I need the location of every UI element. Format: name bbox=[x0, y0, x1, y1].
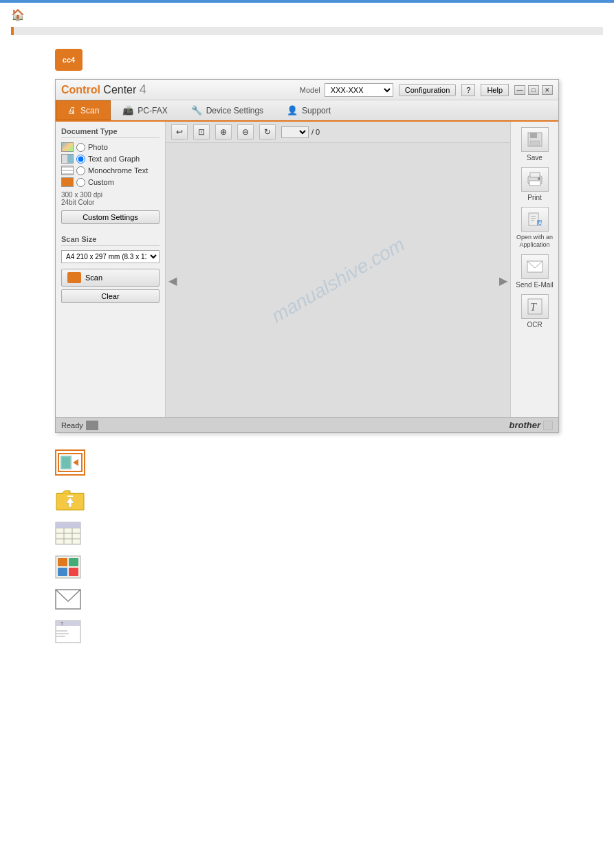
color-info: 24bit Color bbox=[61, 199, 160, 206]
text-ocr-row: T bbox=[55, 620, 559, 645]
left-panel: Document Type Photo Text and Graph Monoc… bbox=[56, 122, 166, 417]
textgraph-icon bbox=[61, 154, 74, 164]
page-total: / 0 bbox=[311, 128, 320, 136]
tab-pcfax[interactable]: 📠 PC-FAX bbox=[111, 100, 179, 120]
svg-text:T: T bbox=[61, 621, 64, 626]
app-icon-area: cc4 bbox=[0, 43, 614, 76]
svg-point-6 bbox=[538, 177, 540, 180]
email-action[interactable]: Send E-Mail bbox=[516, 254, 553, 289]
tab-support[interactable]: 👤 Support bbox=[275, 100, 342, 120]
home-area: 🏠 bbox=[0, 3, 614, 27]
dpi-info: 300 x 300 dpi 24bit Color bbox=[61, 191, 160, 206]
undo-tool-button[interactable]: ↩ bbox=[171, 124, 188, 140]
minimize-button[interactable]: — bbox=[514, 85, 525, 95]
preview-arrow-left[interactable]: ◀ bbox=[168, 274, 177, 287]
support-tab-label: Support bbox=[302, 106, 331, 115]
grid-table-icon bbox=[55, 522, 81, 547]
preview-arrow-right[interactable]: ▶ bbox=[499, 274, 507, 287]
save-icon bbox=[521, 127, 549, 152]
svg-rect-35 bbox=[69, 568, 78, 576]
window-controls: — □ ✕ bbox=[514, 85, 553, 95]
svg-rect-30 bbox=[72, 522, 80, 528]
svg-rect-4 bbox=[530, 173, 540, 177]
print-action[interactable]: Print bbox=[521, 167, 549, 201]
status-bar: Ready brother bbox=[56, 417, 558, 432]
home-icon[interactable]: 🏠 bbox=[11, 8, 25, 21]
tab-device-settings[interactable]: 🔧 Device Settings bbox=[179, 100, 275, 120]
app-name-number: 4 bbox=[140, 82, 146, 96]
rotate-tool-button[interactable]: ↻ bbox=[259, 124, 276, 140]
email-icon bbox=[521, 254, 549, 279]
radio-custom-label: Custom bbox=[88, 178, 114, 186]
monotext-icon bbox=[61, 166, 74, 175]
right-panel: Save Print bbox=[510, 122, 558, 417]
color-squares-row bbox=[55, 555, 559, 581]
color-squares-icon bbox=[55, 555, 81, 581]
configuration-button[interactable]: Configuration bbox=[399, 84, 456, 96]
radio-textgraph-input[interactable] bbox=[76, 155, 85, 164]
zoom-out-tool-button[interactable]: ⊖ bbox=[237, 124, 254, 140]
scan-settings-icon bbox=[55, 449, 85, 476]
scan-size-select[interactable]: A4 210 x 297 mm (8.3 x 11.7 ... bbox=[61, 250, 160, 263]
save-label: Save bbox=[527, 154, 542, 162]
ocr-action[interactable]: T OCR bbox=[521, 294, 549, 329]
radio-custom: Custom bbox=[61, 177, 160, 187]
pcfax-tab-label: PC-FAX bbox=[138, 106, 167, 115]
help-icon-button[interactable]: ? bbox=[461, 84, 475, 96]
document-type-options: Photo Text and Graph Monochrome Text Cus… bbox=[61, 142, 160, 187]
ocr-icon: T bbox=[521, 294, 549, 319]
svg-rect-1 bbox=[530, 133, 537, 138]
svg-text:T: T bbox=[530, 301, 537, 313]
open-app-action[interactable]: A Open with an Application bbox=[514, 207, 556, 249]
cc4-label: cc4 bbox=[63, 56, 75, 64]
content-area: Document Type Photo Text and Graph Monoc… bbox=[56, 122, 558, 417]
radio-monotext-input[interactable] bbox=[76, 166, 85, 175]
preview-area: ↩ ⊡ ⊕ ⊖ ↻ / 0 ◀ manualshive.com ▶ bbox=[166, 122, 510, 417]
model-select[interactable]: XXX-XXX bbox=[325, 83, 393, 97]
radio-textgraph-label: Text and Graph bbox=[88, 155, 140, 163]
open-app-label: Open with an Application bbox=[514, 234, 556, 249]
folder-upload-icon bbox=[55, 487, 85, 513]
radio-photo-input[interactable] bbox=[76, 143, 85, 152]
restore-button[interactable]: □ bbox=[528, 85, 539, 95]
tab-bar: 🖨 Scan 📠 PC-FAX 🔧 Device Settings 👤 Supp… bbox=[56, 100, 558, 122]
title-bar-left: Control Center 4 bbox=[61, 82, 146, 97]
device-tab-label: Device Settings bbox=[206, 106, 263, 115]
print-label: Print bbox=[527, 194, 542, 201]
title-bar: Control Center 4 Model XXX-XXX Configura… bbox=[56, 80, 558, 100]
svg-text:A: A bbox=[538, 220, 542, 226]
radio-monotext: Monochrome Text bbox=[61, 166, 160, 175]
zoom-in-tool-button[interactable]: ⊕ bbox=[215, 124, 232, 140]
radio-custom-input[interactable] bbox=[76, 178, 85, 187]
scan-button[interactable]: Scan bbox=[61, 269, 160, 287]
email-label: Send E-Mail bbox=[516, 281, 553, 289]
svg-rect-18 bbox=[62, 457, 70, 468]
email-bottom-icon bbox=[55, 589, 81, 612]
close-button[interactable]: ✕ bbox=[542, 85, 553, 95]
app-title: Control Center 4 bbox=[61, 82, 146, 97]
radio-photo: Photo bbox=[61, 142, 160, 152]
text-ocr-bottom-icon: T bbox=[55, 620, 81, 645]
page-select[interactable] bbox=[281, 126, 309, 138]
svg-rect-2 bbox=[530, 141, 540, 146]
app-window: Control Center 4 Model XXX-XXX Configura… bbox=[55, 79, 559, 433]
svg-rect-29 bbox=[64, 522, 72, 528]
scan-button-icon bbox=[67, 272, 81, 283]
save-action[interactable]: Save bbox=[521, 127, 549, 162]
status-bar-indicator bbox=[86, 421, 98, 430]
page-info: / 0 bbox=[281, 126, 320, 138]
custom-settings-button[interactable]: Custom Settings bbox=[61, 210, 160, 224]
svg-rect-38 bbox=[56, 621, 80, 626]
title-bar-right: Model XXX-XXX Configuration ? Help — □ ✕ bbox=[300, 83, 553, 97]
fit-tool-button[interactable]: ⊡ bbox=[193, 124, 210, 140]
svg-rect-34 bbox=[58, 568, 67, 576]
watermark-text: manualshive.com bbox=[267, 233, 408, 327]
help-button[interactable]: Help bbox=[481, 84, 509, 96]
icons-section: T bbox=[0, 481, 614, 651]
clear-button[interactable]: Clear bbox=[61, 289, 160, 303]
document-type-title: Document Type bbox=[61, 127, 160, 138]
print-icon bbox=[521, 167, 549, 192]
scan-size-section: Scan Size A4 210 x 297 mm (8.3 x 11.7 ..… bbox=[61, 235, 160, 303]
tab-scan[interactable]: 🖨 Scan bbox=[56, 100, 111, 120]
radio-monotext-label: Monochrome Text bbox=[88, 166, 148, 175]
